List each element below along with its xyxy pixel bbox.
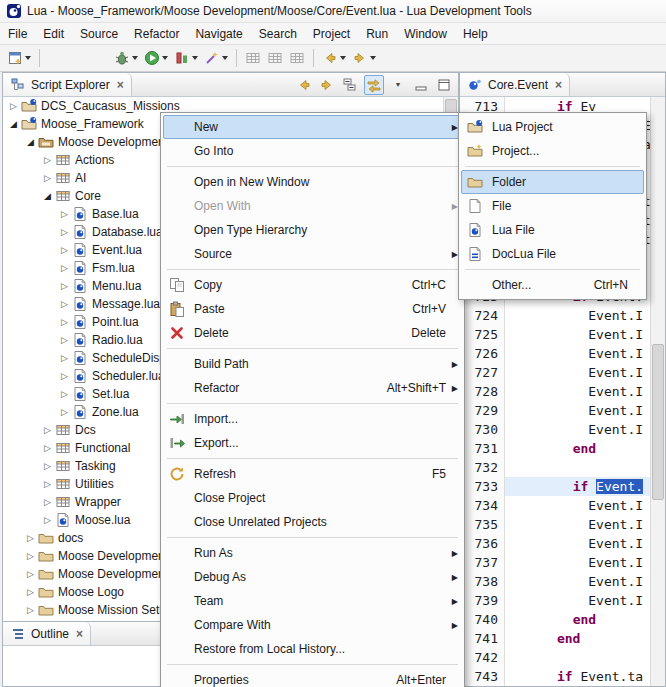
new-submenu-item-other[interactable]: Other...Ctrl+N [461,273,644,297]
code-line-text[interactable]: if Event. [505,477,651,496]
code-line-text[interactable]: Event.I [505,325,651,344]
dropdown-caret-icon[interactable] [162,56,168,60]
code-line-text[interactable]: Event.I [505,382,651,401]
twistie-collapsed-icon[interactable]: ▷ [24,605,37,615]
code-line-text[interactable]: end [505,629,651,648]
line-number[interactable]: 731 [460,439,505,458]
context-menu-item-compare-with[interactable]: Compare With▶ [163,613,462,637]
tab-outline[interactable]: Outline × [3,622,91,645]
close-icon[interactable]: × [74,627,83,641]
twistie-collapsed-icon[interactable]: ▷ [24,533,37,543]
code-line-text[interactable]: Event.I [505,344,651,363]
context-menu-item-close-project[interactable]: Close Project [163,486,462,510]
twistie-collapsed-icon[interactable]: ▷ [41,155,54,165]
context-menu-item-export[interactable]: Export... [163,431,462,455]
line-number[interactable]: 741 [460,629,505,648]
context-menu-item-delete[interactable]: DeleteDelete [163,321,462,345]
line-number[interactable]: 735 [460,515,505,534]
editor-scrollbar[interactable] [650,97,665,686]
code-line-text[interactable]: Event.I [505,572,651,591]
new-submenu-item-file[interactable]: File [461,194,644,218]
collapse-all-button[interactable] [341,76,359,94]
line-number[interactable]: 734 [460,496,505,515]
menubar-item-window[interactable]: Window [396,25,455,43]
line-number[interactable]: 738 [460,572,505,591]
twistie-collapsed-icon[interactable]: ▷ [58,407,71,417]
context-menu-item-run-as[interactable]: Run As▶ [163,541,462,565]
code-line-text[interactable] [505,458,651,477]
line-number[interactable]: 725 [460,325,505,344]
tab-core-event[interactable]: Core.Event × [460,73,570,96]
dropdown-caret-icon[interactable] [340,56,346,60]
context-menu-item-close-unrelated-projects[interactable]: Close Unrelated Projects [163,510,462,534]
new-submenu-item-lua-file[interactable]: Lua File [461,218,644,242]
code-line-text[interactable]: Event.I [505,553,651,572]
twistie-collapsed-icon[interactable]: ▷ [41,479,54,489]
twistie-collapsed-icon[interactable]: ▷ [41,443,54,453]
link-with-editor-button[interactable] [364,75,384,95]
line-number[interactable]: 743 [460,667,505,686]
close-icon[interactable]: × [115,78,124,92]
dropdown-caret-icon[interactable] [222,56,228,60]
twistie-collapsed-icon[interactable]: ▷ [41,497,54,507]
line-number[interactable]: 737 [460,553,505,572]
code-line-text[interactable]: Event.I [505,363,651,382]
dropdown-caret-icon[interactable] [192,56,198,60]
menubar-item-edit[interactable]: Edit [35,25,72,43]
twistie-collapsed-icon[interactable]: ▷ [58,281,71,291]
new-button[interactable] [5,47,33,69]
run-button[interactable] [142,47,170,69]
back-history-button[interactable] [320,47,348,69]
code-line-text[interactable]: Event.I [505,515,651,534]
code-line-text[interactable]: end [505,439,651,458]
twistie-expanded-icon[interactable]: ◢ [7,119,20,129]
close-icon[interactable]: × [553,78,562,92]
line-number[interactable]: 730 [460,420,505,439]
twistie-expanded-icon[interactable]: ◢ [41,191,54,201]
menubar-item-refactor[interactable]: Refactor [126,25,187,43]
context-menu-item-new[interactable]: New▶ [163,115,462,139]
context-menu-item-debug-as[interactable]: Debug As▶ [163,565,462,589]
code-line-text[interactable]: Event.I [505,591,651,610]
context-menu-item-restore-from-local-history[interactable]: Restore from Local History... [163,637,462,661]
menubar-item-search[interactable]: Search [251,25,305,43]
line-number[interactable]: 727 [460,363,505,382]
twistie-collapsed-icon[interactable]: ▷ [41,425,54,435]
code-line-text[interactable]: Event.I [505,420,651,439]
menubar-item-help[interactable]: Help [455,25,496,43]
dropdown-caret-icon[interactable] [370,56,376,60]
context-menu-item-open-in-new-window[interactable]: Open in New Window [163,170,462,194]
context-menu-item-paste[interactable]: PasteCtrl+V [163,297,462,321]
table-view-1-button[interactable] [243,47,263,69]
twistie-collapsed-icon[interactable]: ▷ [58,371,71,381]
menubar-item-project[interactable]: Project [305,25,358,43]
context-menu-item-open-type-hierarchy[interactable]: Open Type Hierarchy [163,218,462,242]
context-menu-item-source[interactable]: Source▶ [163,242,462,266]
twistie-collapsed-icon[interactable]: ▷ [41,173,54,183]
table-view-2-button[interactable] [265,47,285,69]
line-number[interactable]: 726 [460,344,505,363]
context-menu-item-import[interactable]: Import... [163,407,462,431]
twistie-collapsed-icon[interactable]: ▷ [58,227,71,237]
code-line-text[interactable]: end [505,610,651,629]
twistie-collapsed-icon[interactable]: ▷ [58,353,71,363]
twistie-collapsed-icon[interactable]: ▷ [24,587,37,597]
twistie-collapsed-icon[interactable]: ▷ [58,263,71,273]
new-submenu-item-folder[interactable]: Folder [461,170,644,194]
context-menu-item-refactor[interactable]: RefactorAlt+Shift+T▶ [163,376,462,400]
back-button[interactable] [295,76,313,94]
tab-script-explorer[interactable]: Script Explorer × [3,73,132,96]
twistie-collapsed-icon[interactable]: ▷ [58,389,71,399]
code-line-text[interactable] [505,648,651,667]
table-view-3-button[interactable] [287,47,307,69]
line-number[interactable]: 724 [460,306,505,325]
menubar-item-run[interactable]: Run [358,25,396,43]
context-menu-item-refresh[interactable]: RefreshF5 [163,462,462,486]
twistie-collapsed-icon[interactable]: ▷ [24,551,37,561]
line-number[interactable]: 728 [460,382,505,401]
twistie-collapsed-icon[interactable]: ▷ [58,317,71,327]
context-menu-item-properties[interactable]: PropertiesAlt+Enter [163,668,462,687]
context-menu-item-go-into[interactable]: Go Into [163,139,462,163]
twistie-collapsed-icon[interactable]: ▷ [58,209,71,219]
dropdown-caret-icon[interactable] [25,56,31,60]
